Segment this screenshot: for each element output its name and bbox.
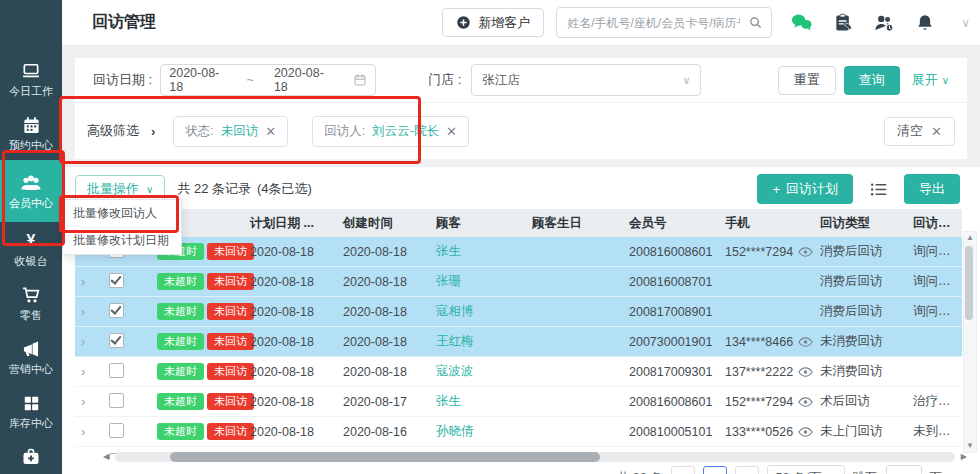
eye-icon[interactable] bbox=[798, 397, 813, 407]
expand-row-icon[interactable]: › bbox=[81, 455, 85, 460]
page-unit-label: 页 bbox=[930, 470, 943, 474]
calendar-icon bbox=[22, 115, 41, 135]
eye-icon[interactable] bbox=[798, 247, 813, 257]
horizontal-scrollbar[interactable]: ◀ ▶ bbox=[115, 452, 955, 462]
dropdown-item-batch-edit-visitor[interactable]: 批量修改回访人 bbox=[63, 200, 181, 227]
store-select[interactable]: 张江店 ∨ bbox=[471, 64, 701, 96]
expand-row-cell: › bbox=[75, 275, 105, 289]
checkbox-cell bbox=[105, 363, 153, 381]
cart-icon bbox=[21, 285, 41, 305]
scroll-up-icon[interactable]: ▲ bbox=[964, 232, 976, 244]
table-toolbar: 批量操作 ∨ 共 22 条记录(4条已选) + 回访计划 导出 bbox=[75, 174, 980, 204]
row-checkbox[interactable] bbox=[109, 363, 124, 378]
sidebar-item-booking-center[interactable]: 预约中心 bbox=[0, 106, 62, 160]
sidebar-item-inventory-center[interactable]: 库存中心 bbox=[0, 384, 62, 438]
sidebar: 今日工作预约中心会员中心¥收银台零售营销中心库存中心 bbox=[0, 0, 62, 474]
cell-visit-plan: 治疗类项目执行后4次不同岗... bbox=[909, 393, 962, 410]
cell-phone: 152****7294 bbox=[721, 395, 816, 409]
table-header-row: 计划日期 ...创建时间顾客顾客生日会员号手机回访类型回访计划 bbox=[75, 209, 962, 237]
remove-tag-icon[interactable]: ✕ bbox=[446, 124, 457, 139]
vertical-scroll-thumb[interactable] bbox=[965, 246, 973, 320]
prev-page-button[interactable]: ‹ bbox=[671, 466, 695, 474]
chevron-down-icon: ∨ bbox=[146, 184, 153, 195]
cell-create-date: 2020-08-17 bbox=[339, 395, 432, 409]
checkbox-cell bbox=[105, 393, 153, 411]
expand-row-icon[interactable]: › bbox=[81, 275, 85, 289]
checkbox-cell bbox=[105, 333, 153, 351]
filter-row-advanced: 高级筛选 › 状态: 未回访 ✕ 回访人: 刘云云-院长 ✕ 清空 ✕ bbox=[75, 103, 967, 159]
notification-bell-icon[interactable] bbox=[915, 13, 935, 33]
reset-button[interactable]: 重置 bbox=[778, 66, 836, 95]
column-header: 顾客生日 bbox=[528, 215, 625, 232]
current-page-button[interactable]: 1 bbox=[703, 466, 727, 474]
page-title: 回访管理 bbox=[92, 12, 156, 33]
plus-circle-icon bbox=[456, 13, 471, 33]
cell-visit-type: 消费后回访 bbox=[816, 273, 909, 290]
sidebar-item-marketing-center[interactable]: 营销中心 bbox=[0, 330, 62, 384]
sidebar-item-member-center[interactable]: 会员中心 bbox=[0, 160, 62, 222]
eye-icon[interactable] bbox=[798, 427, 813, 437]
horizontal-scroll-thumb[interactable] bbox=[170, 452, 600, 462]
sidebar-item-today-work[interactable]: 今日工作 bbox=[0, 52, 62, 106]
table-body: ›未超时未回访2020-08-182020-08-18张生20081600860… bbox=[75, 237, 962, 459]
eye-icon[interactable] bbox=[798, 337, 813, 347]
expand-row-icon[interactable]: › bbox=[81, 425, 85, 439]
dropdown-item-batch-edit-plan-date[interactable]: 批量修改计划日期 bbox=[63, 227, 181, 254]
expand-row-icon[interactable]: › bbox=[81, 365, 85, 379]
jump-label: 跳至 bbox=[853, 470, 878, 474]
column-header: 回访计划 bbox=[909, 215, 962, 232]
remove-tag-icon[interactable]: ✕ bbox=[265, 124, 276, 139]
add-customer-button[interactable]: 新增客户 bbox=[442, 8, 544, 37]
list-view-icon[interactable] bbox=[869, 180, 888, 199]
search-icon[interactable] bbox=[748, 15, 763, 30]
cell-member-no: 200730001901 bbox=[625, 335, 721, 349]
sidebar-item-retail[interactable]: 零售 bbox=[0, 276, 62, 330]
expand-filters-link[interactable]: 展开 ∨ bbox=[912, 71, 949, 89]
cell-customer-name: 孙晓倩 bbox=[432, 423, 528, 440]
query-button[interactable]: 查询 bbox=[844, 66, 900, 95]
filter-tag-visitor[interactable]: 回访人: 刘云云-院长 ✕ bbox=[312, 116, 469, 147]
megaphone-icon bbox=[21, 339, 41, 359]
add-visit-plan-button[interactable]: + 回访计划 bbox=[757, 174, 853, 204]
scroll-right-icon[interactable]: ▶ bbox=[961, 451, 967, 462]
call-log-icon[interactable] bbox=[833, 13, 853, 33]
row-checkbox[interactable] bbox=[109, 333, 124, 348]
row-checkbox[interactable] bbox=[109, 393, 124, 408]
cell-member-no: 200817008901 bbox=[625, 305, 721, 319]
cell-plan-date: 2020-08-18 bbox=[246, 245, 339, 259]
status-cell: 未超时未回访 bbox=[153, 273, 246, 290]
search-input[interactable] bbox=[565, 15, 742, 31]
filter-panel: 回访日期 : 2020-08-18 ~ 2020-08-18 门店 : 张江店 … bbox=[75, 58, 967, 159]
sidebar-item-cashier[interactable]: ¥收银台 bbox=[0, 222, 62, 276]
advanced-filter-label[interactable]: 高级筛选 bbox=[87, 122, 139, 140]
scroll-left-icon[interactable]: ◀ bbox=[103, 451, 109, 462]
row-checkbox[interactable] bbox=[109, 303, 124, 318]
eye-icon[interactable] bbox=[798, 367, 813, 377]
row-checkbox[interactable] bbox=[109, 273, 124, 288]
row-checkbox[interactable] bbox=[109, 423, 124, 438]
page-size-select[interactable]: 50 条/页 ∨ bbox=[767, 465, 845, 474]
cell-create-date: 2020-08-18 bbox=[339, 245, 432, 259]
wechat-icon[interactable] bbox=[790, 11, 813, 34]
export-button[interactable]: 导出 bbox=[904, 174, 960, 204]
sidebar-item-medical-kit[interactable] bbox=[0, 438, 62, 474]
clear-filters-button[interactable]: 清空 ✕ bbox=[884, 117, 955, 146]
expand-row-icon[interactable]: › bbox=[81, 335, 85, 349]
jump-page-input[interactable] bbox=[886, 465, 922, 474]
checkbox-cell bbox=[105, 273, 153, 291]
chevron-right-icon[interactable]: › bbox=[151, 124, 155, 139]
expand-row-icon[interactable]: › bbox=[81, 395, 85, 409]
sidebar-item-label: 收银台 bbox=[15, 256, 48, 267]
cell-visit-type: 未上门回访 bbox=[816, 423, 909, 440]
cell-visit-plan: 询问客户支付情况 bbox=[909, 273, 962, 290]
vertical-scrollbar[interactable]: ▲ ▼ bbox=[963, 231, 977, 453]
expand-row-icon[interactable]: › bbox=[81, 305, 85, 319]
cell-customer-name: 张生 bbox=[432, 243, 528, 260]
table-row: ›未超时未回访2020-08-182020-08-17张生20081600860… bbox=[75, 387, 962, 417]
next-page-button[interactable]: › bbox=[735, 466, 759, 474]
cell-visit-plan: 询问客户支付情况 bbox=[909, 303, 962, 320]
visit-date-range-input[interactable]: 2020-08-18 ~ 2020-08-18 bbox=[160, 64, 376, 96]
filter-tag-status[interactable]: 状态: 未回访 ✕ bbox=[173, 116, 288, 147]
collapse-panel-icon[interactable]: ∨ bbox=[961, 16, 970, 30]
customers-icon[interactable] bbox=[873, 12, 895, 34]
